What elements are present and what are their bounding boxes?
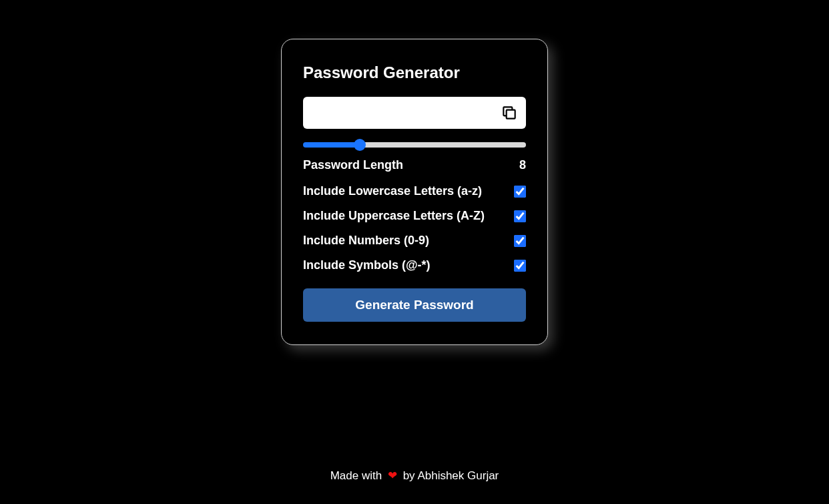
generate-button[interactable]: Generate Password [303, 288, 526, 322]
numbers-checkbox[interactable] [514, 235, 526, 247]
footer-suffix: by Abhishek Gurjar [403, 469, 499, 482]
page-title: Password Generator [303, 63, 526, 82]
option-symbols: Include Symbols (@-*) [303, 258, 526, 272]
heart-icon: ❤ [385, 469, 400, 482]
password-generator-card: Password Generator Password Length 8 Inc… [281, 39, 548, 345]
length-value: 8 [519, 158, 526, 172]
symbols-checkbox[interactable] [514, 260, 526, 272]
password-output-row [303, 97, 526, 129]
copy-icon [501, 104, 518, 121]
uppercase-checkbox[interactable] [514, 210, 526, 222]
option-lowercase-label: Include Lowercase Letters (a-z) [303, 184, 482, 198]
option-numbers-label: Include Numbers (0-9) [303, 234, 429, 248]
svg-rect-0 [507, 110, 515, 119]
footer: Made with ❤ by Abhishek Gurjar [0, 469, 829, 483]
option-lowercase: Include Lowercase Letters (a-z) [303, 184, 526, 198]
footer-prefix: Made with [330, 469, 385, 482]
option-numbers: Include Numbers (0-9) [303, 234, 526, 248]
copy-button[interactable] [499, 103, 519, 123]
length-label: Password Length [303, 158, 403, 172]
option-uppercase-label: Include Uppercase Letters (A-Z) [303, 209, 485, 223]
lowercase-checkbox[interactable] [514, 186, 526, 198]
option-symbols-label: Include Symbols (@-*) [303, 258, 431, 272]
length-slider[interactable] [303, 142, 526, 148]
option-uppercase: Include Uppercase Letters (A-Z) [303, 209, 526, 223]
password-output[interactable] [311, 97, 499, 129]
length-row: Password Length 8 [303, 158, 526, 172]
length-slider-wrap [303, 138, 526, 150]
